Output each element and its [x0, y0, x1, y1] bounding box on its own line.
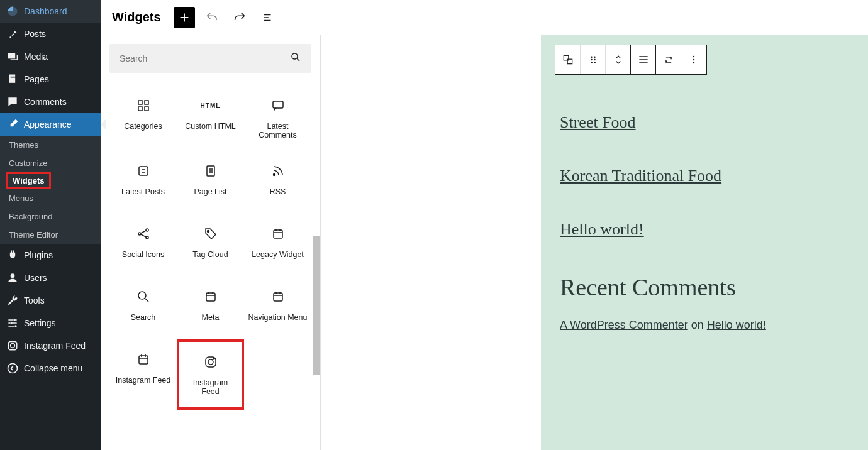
latest-posts-icon: [136, 162, 151, 180]
block-search[interactable]: Search: [109, 277, 177, 339]
svg-point-19: [273, 174, 275, 176]
calendar-icon: [203, 288, 218, 305]
block-type-button[interactable]: [555, 45, 581, 74]
collapse-icon: [6, 362, 19, 375]
search-input[interactable]: [120, 53, 290, 63]
submenu-theme-editor[interactable]: Theme Editor: [0, 226, 101, 244]
block-custom-html[interactable]: HTML Custom HTML: [177, 85, 244, 151]
sidebar-item-tools[interactable]: Tools: [0, 289, 101, 312]
submenu-widgets[interactable]: Widgets: [13, 176, 44, 185]
svg-point-36: [591, 59, 593, 61]
block-inserter-panel: Categories HTML Custom HTML Latest Comme…: [101, 35, 321, 450]
block-legacy-widget[interactable]: Legacy Widget: [244, 214, 311, 277]
submenu-background[interactable]: Background: [0, 207, 101, 226]
calendar-icon: [270, 288, 286, 305]
align-button[interactable]: [631, 45, 656, 74]
svg-rect-3: [11, 77, 16, 78]
sidebar-label: Dashboard: [24, 6, 67, 16]
sidebar-item-dashboard[interactable]: Dashboard: [0, 0, 101, 23]
submenu-menus[interactable]: Menus: [0, 189, 101, 207]
sidebar-item-users[interactable]: Users: [0, 266, 101, 289]
drag-handle[interactable]: [581, 45, 606, 74]
block-social-icons[interactable]: Social Icons: [109, 214, 177, 277]
sidebar-item-appearance[interactable]: Appearance: [0, 113, 101, 136]
block-meta[interactable]: Meta: [177, 277, 244, 339]
svg-point-40: [693, 56, 695, 58]
svg-rect-14: [138, 107, 142, 111]
appearance-submenu: Themes Customize Widgets Menus Backgroun…: [0, 136, 101, 244]
block-label: RSS: [270, 187, 286, 196]
undo-button[interactable]: [201, 7, 223, 28]
sidebar-label: Appearance: [24, 119, 72, 129]
submenu-customize[interactable]: Customize: [0, 154, 101, 172]
svg-point-35: [594, 57, 596, 58]
redo-button[interactable]: [229, 7, 250, 28]
block-page-list[interactable]: Page List: [177, 151, 244, 214]
block-latest-comments[interactable]: Latest Comments: [244, 85, 311, 151]
scrollbar-thumb[interactable]: [313, 236, 320, 375]
block-latest-posts[interactable]: Latest Posts: [109, 151, 177, 214]
list-view-button[interactable]: [257, 7, 278, 28]
svg-point-23: [207, 231, 209, 233]
block-label: Instagram Feed: [116, 376, 171, 385]
sidebar-item-plugins[interactable]: Plugins: [0, 244, 101, 266]
block-instagram-feed-1[interactable]: Instagram Feed: [109, 339, 177, 410]
blocks-grid: Categories HTML Custom HTML Latest Comme…: [109, 85, 311, 410]
block-label: Legacy Widget: [252, 250, 304, 259]
sidebar-label: Comments: [24, 97, 67, 107]
brush-icon: [6, 118, 19, 131]
add-block-button[interactable]: [174, 7, 195, 28]
sidebar-item-media[interactable]: Media: [0, 45, 101, 68]
post-link[interactable]: Street Food: [560, 113, 849, 132]
block-label: Instagram Feed: [183, 378, 238, 396]
inserter-scrollbar[interactable]: [313, 35, 320, 450]
svg-rect-2: [9, 75, 15, 83]
block-instagram-feed-2[interactable]: Instagram Feed: [177, 339, 244, 410]
page-title: Widgets: [112, 10, 161, 25]
transform-button[interactable]: [656, 45, 681, 74]
widget-area[interactable]: Street Food Korean Traditional Food Hell…: [541, 35, 868, 450]
svg-rect-16: [273, 101, 283, 108]
svg-point-6: [11, 322, 13, 324]
svg-rect-13: [145, 101, 148, 104]
comment-post-link[interactable]: Hello world!: [707, 319, 766, 331]
block-tag-cloud[interactable]: Tag Cloud: [177, 214, 244, 277]
svg-point-7: [14, 325, 16, 327]
tag-icon: [203, 225, 218, 243]
sidebar-item-comments[interactable]: Comments: [0, 91, 101, 113]
plug-icon: [6, 249, 19, 261]
block-categories[interactable]: Categories: [109, 85, 177, 151]
search-box[interactable]: [109, 44, 311, 73]
svg-point-25: [138, 292, 146, 299]
comment-icon: [6, 96, 19, 108]
more-options-button[interactable]: [681, 45, 706, 74]
editor-canvas[interactable]: Street Food Korean Traditional Food Hell…: [321, 35, 868, 450]
block-label: Categories: [124, 122, 162, 131]
user-icon: [6, 272, 19, 284]
comment-entry: A WordPress Commenter on Hello world!: [560, 319, 849, 332]
block-label: Latest Comments: [248, 122, 308, 140]
submenu-themes[interactable]: Themes: [0, 136, 101, 154]
comment-author-link[interactable]: A WordPress Commenter: [560, 319, 688, 331]
post-link[interactable]: Hello world!: [560, 220, 849, 239]
svg-rect-15: [145, 107, 148, 111]
sidebar-item-instagram[interactable]: Instagram Feed: [0, 334, 101, 357]
svg-point-20: [138, 233, 141, 235]
sidebar-item-collapse[interactable]: Collapse menu: [0, 357, 101, 380]
sidebar-item-posts[interactable]: Posts: [0, 23, 101, 45]
post-link[interactable]: Korean Traditional Food: [560, 167, 849, 185]
block-rss[interactable]: RSS: [244, 151, 311, 214]
sidebar-item-pages[interactable]: Pages: [0, 68, 101, 91]
move-updown-button[interactable]: [606, 45, 631, 74]
search-icon: [136, 288, 151, 305]
block-navigation-menu[interactable]: Navigation Menu: [244, 277, 311, 339]
recent-posts-list: Street Food Korean Traditional Food Hell…: [560, 113, 849, 239]
sidebar-item-settings[interactable]: Settings: [0, 312, 101, 334]
svg-rect-24: [274, 230, 282, 238]
svg-point-37: [594, 59, 596, 61]
rss-icon: [270, 162, 286, 180]
instagram-icon: [6, 339, 19, 352]
search-icon: [290, 52, 301, 65]
sidebar-label: Users: [24, 273, 47, 283]
svg-rect-17: [139, 167, 148, 175]
